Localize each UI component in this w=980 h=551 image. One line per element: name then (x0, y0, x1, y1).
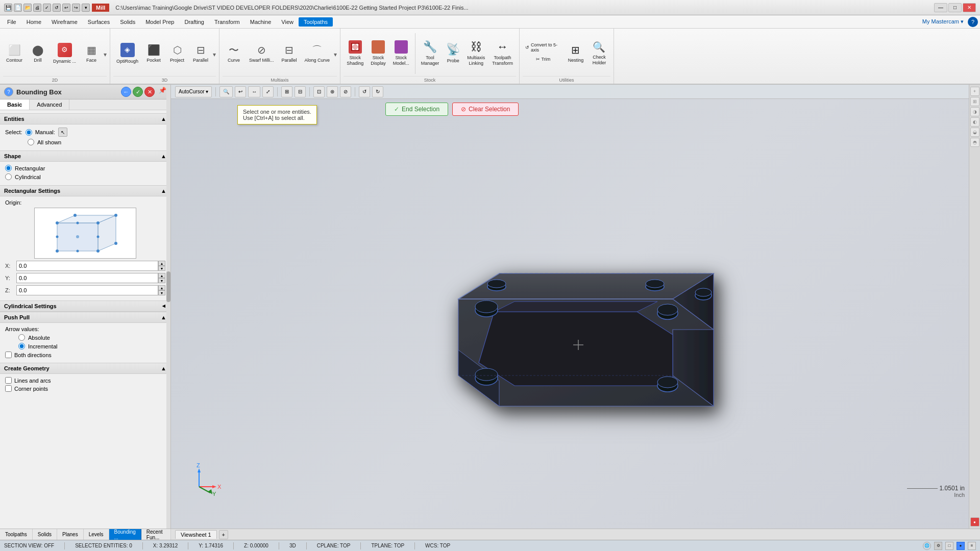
right-btn-red[interactable]: ● (970, 517, 979, 527)
field-x-up[interactable]: ▲ (158, 261, 165, 266)
maximize-button[interactable]: □ (948, 3, 962, 12)
status-more-icon[interactable]: ≡ (968, 542, 976, 550)
vp-btn7[interactable]: ⊡ (313, 86, 325, 97)
menu-view[interactable]: View (276, 17, 299, 27)
quick-access-verify[interactable]: ✓ (43, 4, 51, 12)
minimize-button[interactable]: — (934, 3, 947, 12)
field-y-down[interactable]: ▼ (158, 278, 165, 283)
select-entities-button[interactable]: ↖ (58, 128, 67, 137)
corner-points-checkbox[interactable] (5, 385, 12, 392)
section-cyl-header[interactable]: Cylindrical Settings ▲ (0, 300, 170, 312)
panel-back-button[interactable]: ← (121, 87, 131, 97)
ribbon-btn-curve[interactable]: 〜 Curve (223, 36, 245, 71)
ribbon-btn-contour[interactable]: ⬜ Contour (3, 36, 26, 71)
panel-scrollbar[interactable] (166, 85, 170, 551)
tab-solids[interactable]: Solids (33, 529, 57, 540)
field-y-up[interactable]: ▲ (158, 273, 165, 278)
right-btn-6[interactable]: ◓ (970, 138, 979, 147)
quick-access-undo[interactable]: ↩ (62, 4, 70, 12)
panel-info-button[interactable]: ? (4, 87, 13, 96)
ribbon-btn-stock-display[interactable]: StockDisplay (368, 36, 389, 71)
quick-access-redo[interactable]: ↪ (72, 4, 80, 12)
tab-toolpaths[interactable]: Toolpaths (0, 529, 33, 540)
section-entities-header[interactable]: Entities ▲ (0, 113, 170, 124)
tab-basic[interactable]: Basic (0, 99, 30, 110)
vp-btn3[interactable]: ↔ (248, 86, 260, 97)
vp-btn9[interactable]: ⊘ (340, 86, 351, 97)
quick-access-more[interactable]: ▾ (82, 4, 90, 12)
menu-file[interactable]: File (2, 17, 21, 27)
right-btn-5[interactable]: ◒ (970, 128, 979, 137)
field-z-input[interactable]: 0.0 (16, 285, 158, 295)
menu-transform[interactable]: Transform (209, 17, 245, 27)
ribbon-btn-stock-shading[interactable]: StockShading (344, 36, 366, 71)
field-z-up[interactable]: ▲ (158, 285, 165, 290)
field-x-down[interactable]: ▼ (158, 266, 165, 271)
right-btn-2[interactable]: ⊞ (970, 97, 979, 106)
viewsheet-tab-1[interactable]: Viewsheet 1 (175, 530, 217, 539)
section-rect-header[interactable]: Rectangular Settings ▲ (0, 185, 170, 196)
ribbon-btn-project[interactable]: ⬡ Project (166, 36, 188, 71)
status-display-icon[interactable]: □ (945, 542, 953, 550)
close-button[interactable]: ✕ (963, 3, 976, 12)
vp-btn4[interactable]: ⤢ (262, 86, 274, 97)
panel-ok-button[interactable]: ✓ (133, 87, 143, 97)
menu-drafting[interactable]: Drafting (179, 17, 209, 27)
tab-levels[interactable]: Levels (84, 529, 109, 540)
menu-home[interactable]: Home (21, 17, 46, 27)
ribbon-btn-swarf[interactable]: ⊘ Swarf Milli... (246, 36, 277, 71)
field-z-down[interactable]: ▼ (158, 290, 165, 295)
2d-more-arrow[interactable]: ▾ (104, 49, 107, 58)
ribbon-btn-tool-manager[interactable]: 🔧 ToolManager (418, 36, 443, 71)
ribbon-btn-along-curve[interactable]: ⌒ Along Curve (302, 36, 333, 71)
quick-access-open[interactable]: 📂 (23, 4, 32, 12)
right-btn-1[interactable]: + (970, 87, 979, 96)
status-globe-icon[interactable]: 🌐 (923, 542, 931, 550)
vp-btn10[interactable]: ↺ (359, 86, 370, 97)
my-mastercam[interactable]: My Mastercam ▾ (922, 18, 964, 25)
ribbon-btn-nesting[interactable]: ⊞ Nesting (565, 36, 587, 71)
quick-access-regen[interactable]: ↺ (53, 4, 61, 12)
quick-access-new[interactable]: 📄 (14, 4, 22, 12)
vp-btn11[interactable]: ↻ (372, 86, 383, 97)
ribbon-btn-dynamic[interactable]: ⚙ Dynamic ... (50, 36, 79, 71)
right-btn-4[interactable]: ◐ (970, 117, 979, 127)
lines-arcs-checkbox[interactable] (5, 377, 12, 384)
tab-planes[interactable]: Planes (57, 529, 84, 540)
shape-cylindrical-radio[interactable] (5, 173, 12, 180)
vp-btn8[interactable]: ⊛ (327, 86, 338, 97)
shape-rectangular-radio[interactable] (5, 165, 12, 171)
both-directions-checkbox[interactable] (5, 352, 12, 358)
menu-surfaces[interactable]: Surfaces (83, 17, 115, 27)
help-icon[interactable]: ? (968, 17, 978, 27)
quick-access-save[interactable]: 💾 (4, 4, 12, 12)
viewsheet-add-button[interactable]: + (219, 530, 228, 539)
section-pushpull-header[interactable]: Push Pull ▲ (0, 312, 170, 323)
ribbon-btn-toolpath-transform[interactable]: ↔ ToolpathTransform (489, 36, 516, 71)
section-creategeom-header[interactable]: Create Geometry ▲ (0, 363, 170, 374)
ribbon-btn-parallel2[interactable]: ⊟ Parallel (278, 36, 301, 71)
ribbon-btn-trim[interactable]: ✂ Trim (523, 54, 564, 65)
multiaxis-more-arrow[interactable]: ▾ (334, 49, 337, 58)
select-manual-radio[interactable] (26, 129, 32, 136)
section-shape-header[interactable]: Shape ▲ (0, 151, 170, 162)
quick-access-print[interactable]: 🖨 (33, 4, 41, 12)
field-y-input[interactable]: 0.0 (16, 273, 158, 283)
ribbon-btn-face[interactable]: ▦ Face (80, 36, 103, 71)
ribbon-btn-optirough[interactable]: ◈ OptiRough (113, 36, 141, 71)
vp-autocursor[interactable]: AutoCursor ▾ (175, 86, 212, 97)
panel-close-button[interactable]: ✕ (144, 87, 155, 97)
ribbon-btn-parallel[interactable]: ⊟ Parallel (189, 36, 212, 71)
ribbon-btn-stock-model[interactable]: StockModel... (390, 36, 412, 71)
tab-bounding[interactable]: Bounding ... (109, 529, 141, 540)
vp-btn1[interactable]: 🔍 (219, 86, 233, 97)
ribbon-btn-check-holder[interactable]: 🔍 CheckHolder (588, 36, 610, 71)
vp-btn5[interactable]: ⊞ (281, 86, 292, 97)
select-allshown-radio[interactable] (28, 139, 34, 145)
field-x-input[interactable]: 0.0 (16, 261, 158, 271)
right-btn-3[interactable]: ◑ (970, 107, 979, 116)
3d-more-arrow[interactable]: ▾ (213, 49, 216, 58)
ribbon-btn-multiaxis-linking[interactable]: ⛓ MultiaxisLinking (464, 36, 488, 71)
ribbon-btn-convert-5axis[interactable]: ↺ Convert to 5-axis (523, 42, 564, 53)
arrow-absolute-radio[interactable] (18, 334, 25, 341)
